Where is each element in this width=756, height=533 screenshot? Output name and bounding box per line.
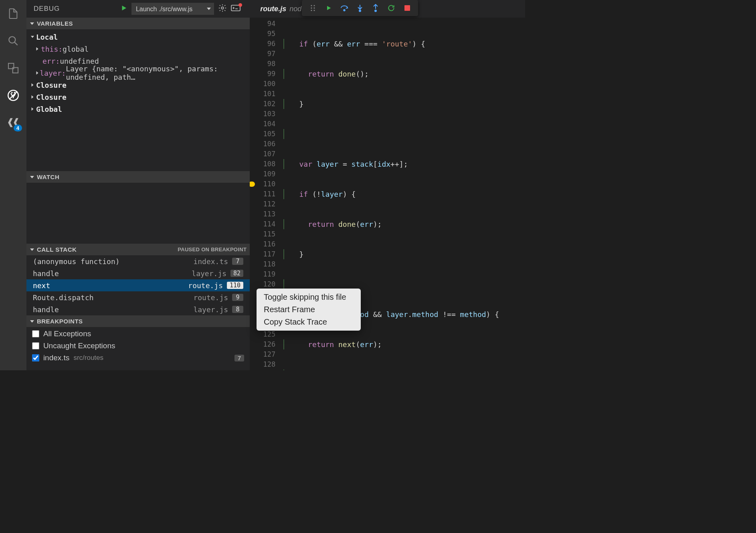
- step-out-icon[interactable]: [370, 3, 381, 13]
- search-icon[interactable]: [5, 33, 21, 49]
- callstack-status: PAUSED ON BREAKPOINT: [178, 246, 247, 252]
- debug-console-icon[interactable]: [231, 4, 241, 14]
- editor-tab[interactable]: route.js: [260, 5, 286, 13]
- svg-point-9: [311, 7, 312, 8]
- variable-this[interactable]: this: global: [26, 43, 250, 55]
- stack-frame[interactable]: Route.dispatchroute.js9: [26, 291, 250, 303]
- svg-line-1: [14, 42, 17, 45]
- svg-point-12: [313, 7, 315, 8]
- svg-point-0: [9, 36, 15, 43]
- breakpoint-checkbox[interactable]: [32, 354, 39, 361]
- svg-point-11: [313, 5, 315, 6]
- menu-item-toggle-skip[interactable]: Toggle skipping this file: [257, 291, 361, 303]
- chevron-down-icon: [30, 247, 34, 252]
- breakpoints-body: All Exceptions Uncaught Exceptions index…: [26, 327, 250, 365]
- breakpoints-header[interactable]: BREAKPOINTS: [26, 315, 250, 327]
- step-over-icon[interactable]: [339, 3, 350, 13]
- svg-point-10: [311, 10, 312, 11]
- watch-body: [26, 183, 250, 244]
- extensions-icon[interactable]: 4: [5, 115, 21, 131]
- sidebar-header: DEBUG Launch ./src/www.js: [26, 0, 250, 18]
- breakpoint-checkbox[interactable]: [32, 342, 39, 349]
- context-menu[interactable]: Toggle skipping this file Restart Frame …: [257, 289, 361, 331]
- svg-point-6: [221, 7, 224, 9]
- scope-closure-2[interactable]: Closure: [26, 91, 250, 103]
- stack-frame[interactable]: handlelayer.js8: [26, 303, 250, 315]
- menu-item-copy-stack[interactable]: Copy Stack Trace: [257, 316, 361, 328]
- svg-point-13: [313, 10, 315, 11]
- svg-point-8: [311, 5, 312, 6]
- step-into-icon[interactable]: [355, 3, 365, 13]
- breakpoint-row[interactable]: All Exceptions: [26, 328, 250, 340]
- svg-point-14: [344, 10, 345, 11]
- chevron-down-icon: [30, 21, 34, 26]
- menu-item-restart-frame[interactable]: Restart Frame: [257, 303, 361, 316]
- variables-header[interactable]: VARIABLES: [26, 18, 250, 29]
- explorer-icon[interactable]: [5, 6, 21, 22]
- chevron-down-icon: [30, 175, 34, 180]
- scope-global[interactable]: Global: [26, 103, 250, 115]
- breakpoint-checkbox[interactable]: [32, 330, 39, 337]
- scope-local[interactable]: Local: [26, 31, 250, 43]
- debug-toolbar[interactable]: [302, 0, 418, 16]
- gear-icon[interactable]: [218, 4, 227, 14]
- stack-frame[interactable]: (anonymous function)index.ts7: [26, 255, 250, 267]
- debug-icon[interactable]: [5, 87, 21, 103]
- callstack-body: (anonymous function)index.ts7 handlelaye…: [26, 255, 250, 315]
- svg-point-16: [359, 10, 361, 12]
- callstack-header[interactable]: CALL STACK PAUSED ON BREAKPOINT: [26, 244, 250, 255]
- svg-rect-19: [404, 5, 410, 11]
- variables-body: Local this: global err: undefined layer:…: [26, 29, 250, 171]
- variable-layer[interactable]: layer: Layer {name: "<anonymous>", param…: [26, 67, 250, 79]
- breakpoint-row[interactable]: Uncaught Exceptions: [26, 340, 250, 352]
- extensions-badge: 4: [14, 125, 22, 131]
- sidebar-title: DEBUG: [34, 5, 114, 13]
- launch-config-select[interactable]: Launch ./src/www.js: [131, 3, 214, 15]
- drag-handle-icon[interactable]: [308, 3, 318, 13]
- activity-bar: 4: [0, 0, 26, 370]
- watch-header[interactable]: WATCH: [26, 171, 250, 183]
- scm-icon[interactable]: [5, 60, 21, 76]
- svg-point-18: [375, 10, 376, 12]
- continue-icon[interactable]: [323, 3, 334, 13]
- start-debug-icon[interactable]: [120, 4, 127, 13]
- restart-icon[interactable]: [386, 3, 396, 13]
- stack-frame[interactable]: handlelayer.js82: [26, 267, 250, 279]
- stack-frame-selected[interactable]: nextroute.js110: [26, 279, 250, 291]
- breakpoint-row[interactable]: index.tssrc/routes7: [26, 352, 250, 364]
- chevron-down-icon: [30, 319, 34, 324]
- stop-icon[interactable]: [402, 3, 412, 13]
- debug-sidebar: DEBUG Launch ./src/www.js: [26, 0, 250, 370]
- editor-tab-subtitle: nod: [289, 5, 301, 13]
